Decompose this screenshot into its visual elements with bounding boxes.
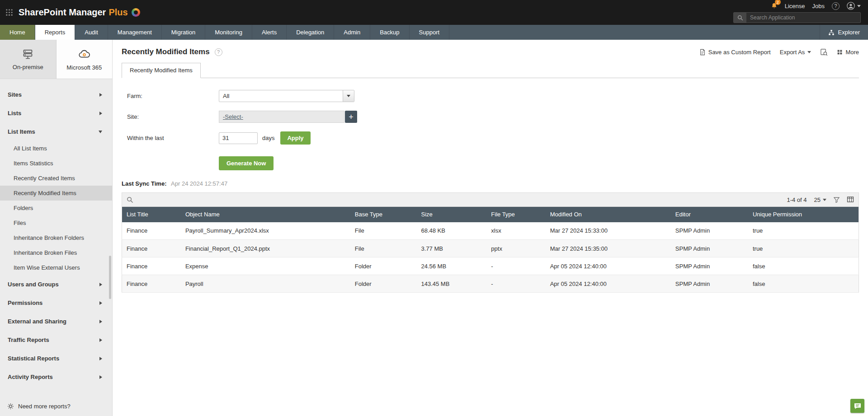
app-launcher-icon[interactable] xyxy=(5,9,13,16)
sidebar-item-traffic-reports[interactable]: Traffic Reports xyxy=(0,331,112,349)
sidebar-item-external-and-sharing[interactable]: External and Sharing xyxy=(0,312,112,331)
schedule-report-button[interactable] xyxy=(820,48,828,56)
mode-onpremise-button[interactable]: On-premise xyxy=(0,40,57,79)
sidebar-item-files[interactable]: Files xyxy=(0,215,112,230)
need-more-reports-link[interactable]: Need more reports? xyxy=(0,397,112,416)
app-logo[interactable]: SharePoint Manager Plus xyxy=(19,7,140,18)
page-help-icon[interactable]: ? xyxy=(215,48,222,56)
sidebar-item-recently-created-items[interactable]: Recently Created Items xyxy=(0,171,112,186)
sidebar-item-items-statistics[interactable]: Items Statistics xyxy=(0,156,112,171)
apply-button[interactable]: Apply xyxy=(280,131,310,145)
sidebar-item-inheritance-broken-files[interactable]: Inheritance Broken Files xyxy=(0,245,112,260)
table-row[interactable]: Finance Financial_Report_Q1_2024.pptx Fi… xyxy=(122,240,859,257)
nav-tab-admin[interactable]: Admin xyxy=(334,25,370,40)
license-link[interactable]: License xyxy=(785,3,805,9)
sidebar-item-activity-reports[interactable]: Activity Reports xyxy=(0,368,112,386)
column-header-file-type[interactable]: File Type xyxy=(486,207,545,222)
page-size-select[interactable]: 25 xyxy=(814,196,826,203)
sidebar-item-recently-modified-items[interactable]: Recently Modified Items xyxy=(0,186,112,201)
cell-size: 24.56 MB xyxy=(416,257,486,275)
nav-tab-monitoring[interactable]: Monitoring xyxy=(205,25,252,40)
notifications-button[interactable]: 2 xyxy=(771,2,778,9)
topbar-left: SharePoint Manager Plus xyxy=(5,7,140,18)
days-label: days xyxy=(262,135,274,141)
need-more-reports-label: Need more reports? xyxy=(18,403,71,410)
farm-label: Farm: xyxy=(127,93,219,99)
sidebar-item-users-and-groups[interactable]: Users and Groups xyxy=(0,275,112,294)
nav-tab-migration[interactable]: Migration xyxy=(162,25,205,40)
search-button[interactable] xyxy=(734,13,746,23)
generate-now-button[interactable]: Generate Now xyxy=(219,156,274,170)
farm-select-caret-button[interactable] xyxy=(343,90,354,102)
table-row[interactable]: Finance Payroll_Summary_Apr2024.xlsx Fil… xyxy=(122,222,859,240)
column-header-base-type[interactable]: Base Type xyxy=(350,207,417,222)
help-button[interactable]: ? xyxy=(832,2,840,10)
days-input[interactable] xyxy=(219,132,258,144)
table-row[interactable]: Finance Expense Folder 24.56 MB - Apr 05… xyxy=(122,257,859,275)
column-header-object-name[interactable]: Object Name xyxy=(181,207,350,222)
table-search-button[interactable] xyxy=(127,196,133,203)
cell-file-type: xlsx xyxy=(486,222,545,240)
cell-unique-permission: false xyxy=(748,257,859,275)
mode-microsoft365-button[interactable]: Microsoft 365 xyxy=(57,40,113,79)
sidebar-item-inheritance-broken-folders[interactable]: Inheritance Broken Folders xyxy=(0,230,112,245)
cell-list-title: Finance xyxy=(122,240,181,257)
sidebar-item-permissions[interactable]: Permissions xyxy=(0,294,112,312)
schedule-report-icon xyxy=(820,48,828,56)
sidebar: On-premise Microsoft 365 Sites Lists Lis… xyxy=(0,40,113,416)
nav-tab-backup[interactable]: Backup xyxy=(370,25,409,40)
nav-tab-support[interactable]: Support xyxy=(410,25,450,40)
chevron-right-icon xyxy=(99,301,102,305)
sidebar-item-folders[interactable]: Folders xyxy=(0,201,112,215)
export-as-button[interactable]: Export As xyxy=(780,49,811,56)
nav-tab-home[interactable]: Home xyxy=(0,25,35,40)
site-row: Site: -Select- + xyxy=(127,111,859,123)
chevron-right-icon xyxy=(99,320,102,323)
jobs-link[interactable]: Jobs xyxy=(812,3,825,9)
cell-list-title: Finance xyxy=(122,222,181,240)
chat-icon xyxy=(854,402,862,410)
column-header-editor[interactable]: Editor xyxy=(671,207,748,222)
sidebar-item-all-list-items[interactable]: All List Items xyxy=(0,141,112,156)
filter-button[interactable] xyxy=(834,197,840,203)
more-button[interactable]: More xyxy=(837,49,859,56)
explorer-label: Explorer xyxy=(838,29,860,36)
sidebar-item-sites[interactable]: Sites xyxy=(0,85,112,104)
farm-select[interactable]: All xyxy=(219,90,354,102)
site-select[interactable]: -Select- xyxy=(219,111,344,123)
column-header-unique-permission[interactable]: Unique Permission xyxy=(748,207,859,222)
sidebar-item-statistical-reports[interactable]: Statistical Reports xyxy=(0,349,112,368)
nav-tab-alerts[interactable]: Alerts xyxy=(252,25,287,40)
explorer-button[interactable]: Explorer xyxy=(820,25,868,40)
cell-object-name: Financial_Report_Q1_2024.pptx xyxy=(181,240,350,257)
table-row[interactable]: Finance Payroll Folder 143.45 MB - Apr 0… xyxy=(122,275,859,293)
sidebar-item-label: Statistical Reports xyxy=(8,355,59,362)
sidebar-item-item-wise-external-users[interactable]: Item Wise External Users xyxy=(0,260,112,275)
export-as-label: Export As xyxy=(780,49,805,56)
tab-recently-modified-items[interactable]: Recently Modified Items xyxy=(122,63,201,78)
save-as-custom-report-button[interactable]: Save as Custom Report xyxy=(699,49,771,56)
user-menu-button[interactable] xyxy=(847,2,861,10)
search-input[interactable] xyxy=(746,14,860,21)
nav-tab-reports[interactable]: Reports xyxy=(35,25,75,40)
column-header-modified-on[interactable]: Modified On xyxy=(546,207,671,222)
sidebar-item-list-items[interactable]: List Items xyxy=(0,122,112,141)
column-header-list-title[interactable]: List Title xyxy=(122,207,181,222)
add-site-button[interactable]: + xyxy=(345,111,357,123)
nav-tab-audit[interactable]: Audit xyxy=(75,25,108,40)
chevron-right-icon xyxy=(99,93,102,97)
nav-tab-management[interactable]: Management xyxy=(108,25,162,40)
sidebar-item-lists[interactable]: Lists xyxy=(0,104,112,122)
more-label: More xyxy=(845,49,859,56)
nav-tab-delegation[interactable]: Delegation xyxy=(287,25,334,40)
sidebar-scrollbar[interactable] xyxy=(109,256,111,299)
sidebar-item-label: Lists xyxy=(8,110,21,117)
cell-object-name: Payroll_Summary_Apr2024.xlsx xyxy=(181,222,350,240)
cell-size: 3.77 MB xyxy=(416,240,486,257)
cell-unique-permission: true xyxy=(748,222,859,240)
column-header-size[interactable]: Size xyxy=(416,207,486,222)
chat-support-button[interactable] xyxy=(850,399,864,413)
cell-modified-on: Apr 05 2024 12:40:00 xyxy=(546,257,671,275)
manageengine-swirl-icon xyxy=(132,8,140,17)
column-chooser-button[interactable] xyxy=(847,196,854,203)
